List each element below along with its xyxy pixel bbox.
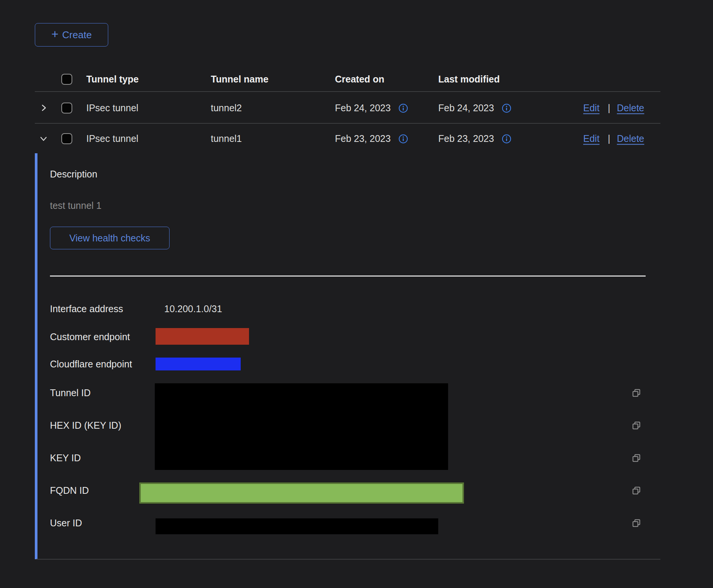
section-divider	[50, 275, 646, 277]
last-modified-text: Feb 24, 2023	[438, 103, 494, 114]
info-icon[interactable]	[398, 103, 408, 114]
info-icon[interactable]	[501, 134, 512, 144]
cell-last-modified: Feb 24, 2023	[438, 103, 512, 114]
last-modified-text: Feb 23, 2023	[438, 133, 494, 144]
info-icon[interactable]	[398, 134, 408, 144]
created-on-text: Feb 24, 2023	[335, 103, 391, 114]
action-separator: |	[608, 103, 610, 114]
column-header-tunnel-type: Tunnel type	[86, 74, 139, 85]
interface-address-label: Interface address	[50, 303, 123, 314]
edit-link[interactable]: Edit	[583, 103, 599, 114]
select-all-checkbox[interactable]	[61, 74, 72, 85]
fqdn-id-label: FQDN ID	[50, 485, 89, 496]
view-health-checks-label: View health checks	[69, 233, 150, 244]
description-text: test tunnel 1	[50, 200, 101, 211]
tunnels-page: + Create Tunnel type Tunnel name Created…	[0, 0, 713, 588]
copy-tunnel-id-icon[interactable]	[631, 388, 642, 398]
ids-redaction-block	[155, 383, 448, 470]
cell-tunnel-name: tunnel1	[211, 133, 242, 144]
action-separator: |	[608, 133, 610, 144]
column-header-created-on: Created on	[335, 74, 385, 85]
header-divider	[35, 91, 660, 92]
select-row-checkbox[interactable]	[61, 103, 72, 114]
delete-link[interactable]: Delete	[617, 133, 644, 144]
expanded-row-accent-bar	[35, 153, 37, 559]
create-button[interactable]: + Create	[35, 23, 108, 47]
select-row-checkbox[interactable]	[61, 133, 72, 144]
copy-user-id-icon[interactable]	[631, 518, 642, 529]
cell-created-on: Feb 24, 2023	[335, 103, 408, 114]
column-header-tunnel-name: Tunnel name	[211, 74, 268, 85]
edit-link[interactable]: Edit	[583, 133, 599, 144]
cell-created-on: Feb 23, 2023	[335, 133, 408, 144]
column-header-last-modified: Last modified	[438, 74, 500, 85]
key-id-label: KEY ID	[50, 453, 81, 464]
cloudflare-endpoint-redaction	[156, 358, 241, 370]
cell-tunnel-name: tunnel2	[211, 103, 242, 114]
tunnel-id-label: Tunnel ID	[50, 387, 90, 398]
view-health-checks-button[interactable]: View health checks	[50, 227, 170, 249]
table-bottom-divider	[36, 559, 660, 560]
customer-endpoint-label: Customer endpoint	[50, 331, 130, 342]
cell-tunnel-type: IPsec tunnel	[86, 103, 139, 114]
interface-address-value: 10.200.1.0/31	[164, 303, 222, 314]
row-divider	[35, 123, 660, 124]
copy-hex-id-icon[interactable]	[631, 420, 642, 431]
cell-last-modified: Feb 23, 2023	[438, 133, 512, 144]
info-icon[interactable]	[501, 103, 512, 114]
cell-tunnel-type: IPsec tunnel	[86, 133, 139, 144]
create-button-label: Create	[62, 29, 92, 41]
chevron-down-icon[interactable]	[39, 134, 48, 143]
chevron-right-icon[interactable]	[39, 103, 48, 112]
cloudflare-endpoint-label: Cloudflare endpoint	[50, 359, 132, 370]
created-on-text: Feb 23, 2023	[335, 133, 391, 144]
copy-fqdn-id-icon[interactable]	[631, 485, 642, 496]
delete-link[interactable]: Delete	[617, 103, 644, 114]
customer-endpoint-redaction	[156, 328, 249, 345]
description-label: Description	[50, 169, 97, 180]
fqdn-id-redaction	[139, 482, 464, 504]
user-id-label: User ID	[50, 518, 82, 529]
user-id-redaction	[156, 518, 438, 534]
hex-id-label: HEX ID (KEY ID)	[50, 420, 121, 431]
plus-icon: +	[51, 28, 59, 40]
copy-key-id-icon[interactable]	[631, 453, 642, 464]
